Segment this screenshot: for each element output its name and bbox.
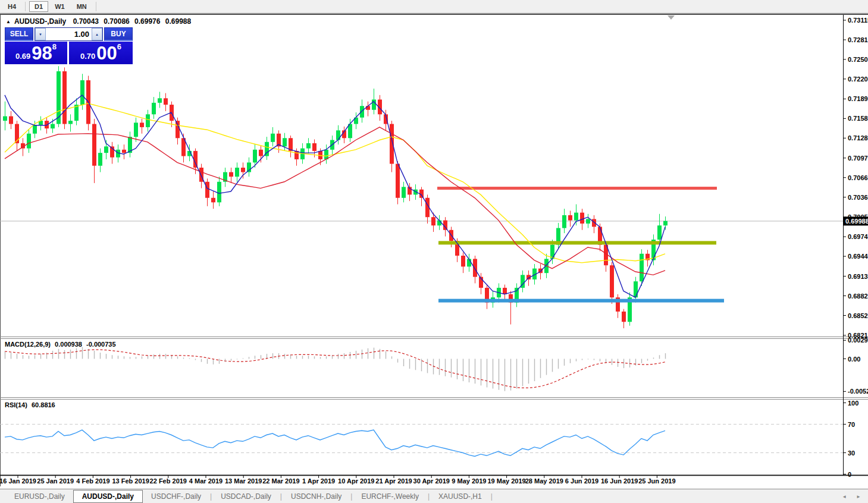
svg-text:25 Jan 2019: 25 Jan 2019 — [37, 477, 74, 485]
mt4-trading-platform: H4 D1 W1 MN ▲AUDUSD-,Daily 0.70043 0.700… — [0, 0, 868, 503]
collapse-triangle-icon[interactable]: ▲ — [6, 19, 11, 24]
svg-text:0.68520: 0.68520 — [848, 312, 868, 319]
hline-support_blue — [438, 299, 724, 303]
svg-text:13 Feb 2019: 13 Feb 2019 — [112, 477, 149, 485]
hline-pivot_olive — [438, 241, 716, 244]
svg-text:70: 70 — [848, 421, 855, 428]
svg-text:0.69130: 0.69130 — [848, 273, 868, 280]
svg-text:0.00: 0.00 — [848, 356, 860, 363]
chart-tab-eurchf-weekly[interactable]: EURCHF-,Weekly — [353, 491, 427, 502]
macd-name: MACD(12,26,9) — [5, 341, 51, 348]
svg-text:13 Mar 2019: 13 Mar 2019 — [225, 477, 262, 485]
volume-decrease-button[interactable]: ▼ — [35, 28, 46, 40]
ohlc-high: 0.70086 — [104, 17, 129, 26]
chart-tab-audusd-daily[interactable]: AUDUSD-,Daily — [73, 490, 143, 503]
sell-price-prefix: 0.69 — [15, 52, 30, 61]
ohlc-close: 0.69988 — [165, 17, 191, 26]
svg-text:9 May 2019: 9 May 2019 — [452, 477, 486, 485]
svg-text:0.70665: 0.70665 — [848, 174, 868, 181]
svg-text:21 Apr 2019: 21 Apr 2019 — [375, 477, 412, 485]
svg-text:100: 100 — [848, 400, 858, 407]
timeframe-mn-button[interactable]: MN — [71, 1, 92, 12]
svg-text:0.70970: 0.70970 — [848, 155, 868, 162]
timeframe-toolbar: H4 D1 W1 MN — [0, 0, 868, 13]
svg-text:16 Jun 2019: 16 Jun 2019 — [601, 477, 638, 485]
sell-price-pip: 8 — [52, 42, 57, 51]
macd-signal-value: -0.000735 — [86, 341, 116, 348]
chart-tab-bar: EURUSD-,DailyAUDUSD-,DailyUSDCHF-,Daily|… — [0, 489, 868, 503]
toolbar-separator — [96, 2, 96, 11]
svg-text:0.72810: 0.72810 — [848, 36, 868, 43]
sell-button[interactable]: SELL — [5, 27, 33, 41]
buy-price-big: 00 — [96, 45, 117, 62]
timeframe-w1-button[interactable]: W1 — [49, 1, 70, 12]
tab-scroll-right-icon[interactable]: ► — [851, 494, 866, 499]
chart-title: ▲AUDUSD-,Daily 0.70043 0.70086 0.69976 0… — [6, 17, 191, 26]
svg-text:0.70360: 0.70360 — [848, 194, 868, 201]
svg-text:0.002984: 0.002984 — [848, 337, 868, 344]
svg-text:10 Apr 2019: 10 Apr 2019 — [338, 477, 374, 485]
svg-text:0.71585: 0.71585 — [848, 115, 868, 122]
svg-text:22 Feb 2019: 22 Feb 2019 — [150, 477, 187, 485]
svg-text:0.69440: 0.69440 — [848, 253, 868, 260]
svg-text:6 Jun 2019: 6 Jun 2019 — [565, 477, 598, 485]
volume-control: ▼ ▲ — [35, 27, 103, 41]
svg-text:0.73115: 0.73115 — [848, 17, 868, 24]
chart-symbol: AUDUSD-,Daily — [14, 17, 66, 26]
svg-text:30 Apr 2019: 30 Apr 2019 — [413, 477, 450, 485]
svg-text:28 May 2019: 28 May 2019 — [525, 477, 563, 485]
sell-price-big: 98 — [32, 45, 52, 62]
rsi-value: 60.8816 — [32, 401, 55, 408]
chart-tab-usdchf-daily[interactable]: USDCHF-,Daily — [143, 491, 209, 502]
macd-main-value: 0.000938 — [55, 341, 82, 348]
svg-text:4 Mar 2019: 4 Mar 2019 — [189, 477, 223, 485]
ohlc-low: 0.69976 — [134, 17, 160, 26]
svg-text:0.69988: 0.69988 — [845, 218, 868, 225]
svg-text:-0.005256: -0.005256 — [848, 388, 868, 395]
chart-tab-xauusd-h1[interactable]: XAUUSD-,H1 — [430, 491, 490, 502]
hline-resistance_red — [437, 187, 717, 190]
svg-text:0: 0 — [848, 471, 851, 478]
svg-text:0.71280: 0.71280 — [848, 134, 868, 142]
one-click-trading-panel: SELL ▼ ▲ BUY 0.69 98 8 0.70 00 6 — [5, 27, 133, 64]
svg-text:0.72505: 0.72505 — [848, 56, 868, 63]
chart-tab-eurusd-daily[interactable]: EURUSD-,Daily — [6, 491, 73, 502]
buy-button[interactable]: BUY — [104, 27, 133, 41]
svg-text:25 Jun 2019: 25 Jun 2019 — [638, 477, 675, 485]
chart-tabs: EURUSD-,DailyAUDUSD-,DailyUSDCHF-,Daily|… — [6, 490, 493, 503]
buy-price-pip: 6 — [117, 42, 121, 51]
chart-tab-usdcnh-daily[interactable]: USDCNH-,Daily — [283, 491, 350, 502]
price-pane[interactable] — [0, 15, 868, 489]
svg-text:16 Jan 2019: 16 Jan 2019 — [0, 477, 36, 485]
rsi-indicator-label: RSI(14) 60.8816 — [5, 401, 58, 408]
svg-text:4 Feb 2019: 4 Feb 2019 — [76, 477, 109, 485]
rsi-name: RSI(14) — [5, 401, 27, 408]
buy-price-panel[interactable]: 0.70 00 6 — [69, 42, 133, 64]
window-top-border — [0, 13, 868, 15]
buy-price-prefix: 0.70 — [80, 52, 95, 61]
sell-price-panel[interactable]: 0.69 98 8 — [5, 42, 67, 64]
svg-text:0.71890: 0.71890 — [848, 95, 868, 102]
svg-text:22 Mar 2019: 22 Mar 2019 — [262, 477, 299, 485]
tab-scroll-left-icon[interactable]: ◄ — [837, 494, 851, 499]
svg-text:0.69745: 0.69745 — [848, 233, 868, 240]
timeframe-d1-button[interactable]: D1 — [29, 1, 48, 12]
svg-text:1 Apr 2019: 1 Apr 2019 — [302, 477, 335, 485]
tab-separator: | — [490, 492, 493, 501]
tab-scroll-arrows: ◄ ► — [837, 489, 866, 503]
volume-input[interactable] — [46, 28, 92, 40]
macd-indicator-label: MACD(12,26,9) 0.000938 -0.000735 — [5, 341, 118, 348]
svg-text:19 May 2019: 19 May 2019 — [487, 477, 525, 485]
chart-canvas[interactable]: 0.731150.728100.725050.722000.718900.715… — [0, 0, 868, 503]
svg-text:0.72200: 0.72200 — [848, 76, 868, 83]
svg-text:0.68825: 0.68825 — [848, 293, 868, 300]
volume-increase-button[interactable]: ▲ — [92, 28, 102, 40]
timeframe-h4-button[interactable]: H4 — [2, 1, 21, 12]
toolbar-separator — [25, 2, 26, 11]
chart-shift-marker-icon[interactable] — [668, 15, 675, 20]
ohlc-open: 0.70043 — [73, 17, 99, 26]
svg-text:30: 30 — [848, 449, 855, 457]
chart-tab-usdcad-daily[interactable]: USDCAD-,Daily — [212, 491, 280, 502]
